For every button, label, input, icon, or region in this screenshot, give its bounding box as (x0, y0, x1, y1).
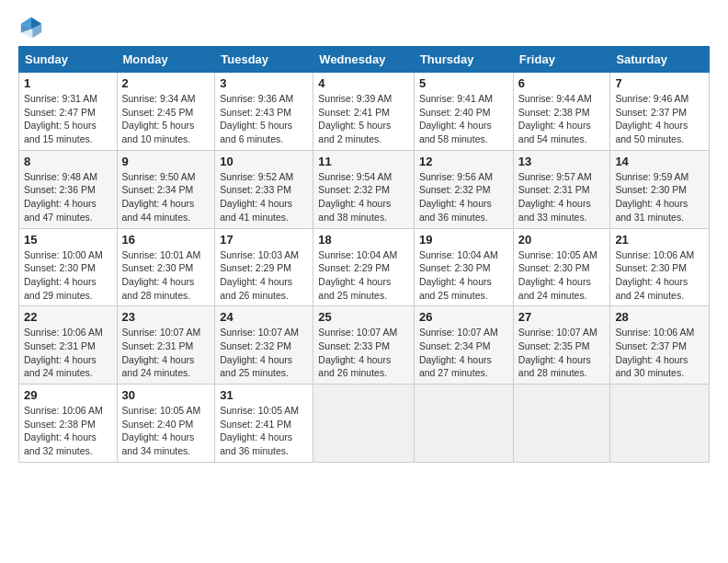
daylight-label: Daylight: 5 hours and 2 minutes. (318, 120, 391, 144)
sunrise-time: 10:07 AM (556, 327, 597, 338)
cell-day-number: 14 (615, 155, 704, 168)
sunset-time: 2:31 PM (553, 184, 589, 195)
daylight-label: Daylight: 4 hours and 26 minutes. (220, 276, 292, 301)
sunset-label: Sunset: (220, 107, 256, 118)
sunset-time: 2:30 PM (454, 262, 490, 273)
sunset-label: Sunset: (518, 340, 554, 351)
sunrise-time: 10:06 AM (654, 249, 694, 260)
calendar-cell: 29 Sunrise: 10:06 AM Sunset: 2:38 PM Day… (19, 385, 118, 463)
sunrise-label: Sunrise: (24, 249, 62, 260)
daylight-label: Daylight: 4 hours and 26 minutes. (318, 354, 391, 379)
sunset-time: 2:31 PM (60, 340, 96, 351)
sunrise-label: Sunrise: (122, 93, 160, 104)
cell-info: Sunrise: 10:06 AM Sunset: 2:31 PM Daylig… (24, 326, 112, 380)
cell-info: Sunrise: 9:41 AM Sunset: 2:40 PM Dayligh… (419, 92, 508, 146)
sunset-label: Sunset: (419, 340, 455, 351)
sunset-label: Sunset: (518, 262, 554, 273)
sunrise-label: Sunrise: (419, 327, 457, 338)
calendar-cell: 27 Sunrise: 10:07 AM Sunset: 2:35 PM Day… (513, 306, 610, 385)
calendar-cell (610, 385, 710, 463)
sunrise-label: Sunrise: (318, 327, 356, 338)
sunrise-time: 10:05 AM (160, 405, 200, 416)
sunrise-time: 10:04 AM (357, 249, 397, 260)
sunset-time: 2:30 PM (157, 262, 193, 273)
calendar-week-4: 22 Sunrise: 10:06 AM Sunset: 2:31 PM Day… (19, 306, 710, 385)
sunrise-label: Sunrise: (615, 171, 653, 182)
calendar-week-1: 1 Sunrise: 9:31 AM Sunset: 2:47 PM Dayli… (19, 73, 710, 151)
cell-day-number: 1 (24, 76, 112, 90)
sunrise-time: 10:07 AM (457, 327, 497, 338)
calendar-cell: 10 Sunrise: 9:52 AM Sunset: 2:33 PM Dayl… (215, 150, 313, 228)
daylight-label: Daylight: 4 hours and 32 minutes. (24, 431, 97, 456)
sunset-label: Sunset: (220, 419, 256, 430)
daylight-label: Daylight: 4 hours and 25 minutes. (318, 276, 391, 301)
cell-day-number: 22 (24, 310, 112, 324)
cell-info: Sunrise: 10:06 AM Sunset: 2:37 PM Daylig… (615, 326, 704, 380)
cell-day-number: 8 (24, 155, 112, 168)
cell-day-number: 4 (318, 76, 409, 90)
sunset-time: 2:36 PM (60, 184, 96, 195)
cell-info: Sunrise: 10:06 AM Sunset: 2:30 PM Daylig… (615, 248, 704, 303)
daylight-label: Daylight: 4 hours and 24 minutes. (24, 354, 97, 379)
sunrise-time: 9:34 AM (160, 93, 196, 104)
daylight-label: Daylight: 4 hours and 54 minutes. (518, 120, 591, 144)
sunrise-label: Sunrise: (518, 93, 556, 104)
calendar-week-3: 15 Sunrise: 10:00 AM Sunset: 2:30 PM Day… (19, 228, 710, 306)
daylight-label: Daylight: 4 hours and 34 minutes. (122, 431, 195, 456)
sunrise-label: Sunrise: (220, 171, 257, 182)
cell-info: Sunrise: 9:59 AM Sunset: 2:30 PM Dayligh… (615, 170, 704, 224)
sunrise-time: 9:50 AM (160, 171, 196, 182)
sunrise-label: Sunrise: (419, 93, 457, 104)
sunrise-time: 9:46 AM (654, 93, 689, 104)
sunset-time: 2:47 PM (60, 107, 96, 118)
sunset-time: 2:38 PM (553, 107, 589, 118)
sunset-label: Sunset: (122, 184, 158, 195)
sunset-label: Sunset: (615, 184, 651, 195)
calendar-cell: 3 Sunrise: 9:36 AM Sunset: 2:43 PM Dayli… (215, 73, 313, 151)
calendar-week-5: 29 Sunrise: 10:06 AM Sunset: 2:38 PM Day… (19, 385, 710, 463)
cell-info: Sunrise: 9:34 AM Sunset: 2:45 PM Dayligh… (122, 92, 210, 146)
header-day-friday: Friday (513, 47, 610, 73)
cell-info: Sunrise: 9:46 AM Sunset: 2:37 PM Dayligh… (615, 92, 704, 146)
daylight-label: Daylight: 4 hours and 28 minutes. (518, 354, 591, 379)
cell-day-number: 12 (419, 155, 508, 168)
cell-info: Sunrise: 10:05 AM Sunset: 2:40 PM Daylig… (122, 404, 210, 458)
cell-day-number: 13 (518, 155, 606, 168)
sunset-time: 2:45 PM (157, 107, 193, 118)
page: SundayMondayTuesdayWednesdayThursdayFrid… (0, 0, 728, 563)
daylight-label: Daylight: 4 hours and 27 minutes. (419, 354, 492, 379)
header (18, 15, 710, 40)
sunset-label: Sunset: (419, 184, 455, 195)
header-day-wednesday: Wednesday (313, 47, 415, 73)
calendar-cell: 18 Sunrise: 10:04 AM Sunset: 2:29 PM Day… (313, 228, 415, 306)
cell-day-number: 30 (122, 388, 210, 402)
daylight-label: Daylight: 4 hours and 24 minutes. (615, 276, 688, 301)
cell-info: Sunrise: 10:03 AM Sunset: 2:29 PM Daylig… (220, 248, 308, 303)
calendar-cell: 13 Sunrise: 9:57 AM Sunset: 2:31 PM Dayl… (513, 150, 610, 228)
cell-info: Sunrise: 9:52 AM Sunset: 2:33 PM Dayligh… (220, 170, 308, 224)
sunset-label: Sunset: (122, 262, 158, 273)
sunset-label: Sunset: (220, 340, 256, 351)
cell-info: Sunrise: 10:00 AM Sunset: 2:30 PM Daylig… (24, 248, 112, 303)
sunset-time: 2:32 PM (454, 184, 490, 195)
daylight-label: Daylight: 4 hours and 29 minutes. (24, 276, 97, 301)
daylight-label: Daylight: 4 hours and 36 minutes. (220, 431, 292, 456)
cell-day-number: 11 (318, 155, 409, 168)
sunset-time: 2:34 PM (157, 184, 193, 195)
daylight-label: Daylight: 4 hours and 28 minutes. (122, 276, 195, 301)
sunrise-label: Sunrise: (24, 171, 62, 182)
sunrise-time: 10:05 AM (556, 249, 597, 260)
sunset-label: Sunset: (24, 262, 60, 273)
sunrise-time: 10:05 AM (258, 405, 299, 416)
calendar-cell: 17 Sunrise: 10:03 AM Sunset: 2:29 PM Day… (215, 228, 313, 306)
daylight-label: Daylight: 4 hours and 33 minutes. (518, 198, 591, 223)
sunrise-label: Sunrise: (122, 171, 160, 182)
sunrise-label: Sunrise: (220, 327, 257, 338)
sunset-time: 2:40 PM (157, 419, 193, 430)
cell-info: Sunrise: 10:05 AM Sunset: 2:41 PM Daylig… (220, 404, 308, 458)
header-row: SundayMondayTuesdayWednesdayThursdayFrid… (19, 47, 710, 73)
sunrise-time: 10:01 AM (160, 249, 200, 260)
sunrise-time: 9:44 AM (556, 93, 592, 104)
sunset-time: 2:37 PM (651, 340, 687, 351)
sunset-time: 2:40 PM (454, 107, 490, 118)
